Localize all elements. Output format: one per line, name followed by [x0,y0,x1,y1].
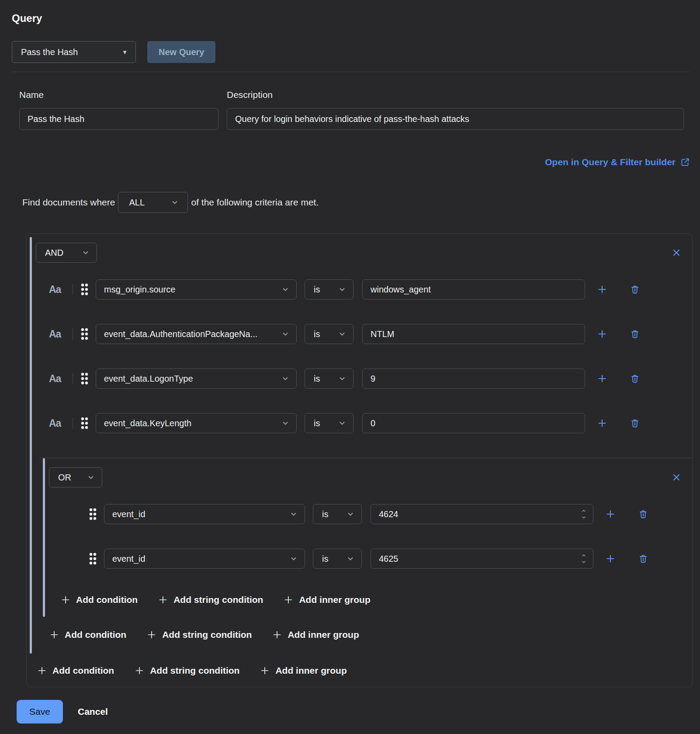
stepper-down-icon[interactable] [580,515,587,520]
number-value-input[interactable] [371,549,593,569]
delete-condition-button[interactable] [630,284,640,295]
description-field[interactable] [227,108,684,130]
name-label: Name [19,90,218,100]
add-inner-group-button[interactable]: Add inner group [283,595,370,605]
drag-handle-icon[interactable] [80,417,89,430]
open-in-query-filter-builder-link[interactable]: Open in Query & Filter builder [545,157,690,167]
operator-select[interactable]: is [305,413,353,433]
number-stepper[interactable] [580,508,587,520]
chevron-down-icon [290,510,298,518]
stepper-down-icon[interactable] [580,559,587,565]
add-string-condition-button[interactable]: Add string condition [134,665,239,676]
delete-condition-button[interactable] [630,329,640,339]
operator-select[interactable]: is [313,549,362,569]
condition-row: Aa event_data.KeyLength is [36,413,692,433]
cancel-button[interactable]: Cancel [78,706,108,717]
query-toolbar: Pass the Hash ▼ New Query [12,41,700,63]
operator-select[interactable]: is [305,324,353,344]
string-type-icon: Aa [49,373,62,385]
find-suffix-text: of the following criteria are met. [191,197,319,208]
and-group-header: AND [36,243,692,263]
save-button[interactable]: Save [17,700,63,724]
meta-labels: Name Description [12,90,700,100]
match-type-select[interactable]: ALL [118,192,188,213]
delete-condition-button[interactable] [630,418,640,428]
criteria-builder: AND Aa msg_origin.source is [26,233,693,687]
add-string-condition-button[interactable]: Add string condition [146,630,252,640]
condition-group-or: OR event_id is [39,458,692,617]
add-value-button[interactable] [597,284,607,295]
drag-handle-icon[interactable] [80,283,89,296]
condition-group-and: AND Aa msg_origin.source is [30,234,692,654]
add-value-button[interactable] [605,509,616,519]
plus-icon [597,329,607,339]
add-value-button[interactable] [605,553,616,564]
chevron-down-icon [171,198,179,206]
and-group-add-actions: Add condition Add string condition Add i… [49,628,692,641]
and-operator-select[interactable]: AND [36,243,97,263]
add-inner-group-label: Add inner group [275,665,347,676]
number-value-input[interactable] [371,504,593,524]
add-condition-label: Add condition [65,630,126,640]
number-stepper[interactable] [580,553,587,565]
trash-icon [638,509,648,519]
operator-select[interactable]: is [305,369,353,389]
field-select[interactable]: event_data.LogonType [96,369,297,389]
field-select[interactable]: event_id [104,549,305,569]
add-string-condition-button[interactable]: Add string condition [158,595,263,605]
plus-icon [158,595,168,605]
chevron-down-icon [281,330,289,338]
add-condition-button[interactable]: Add condition [60,595,138,605]
field-select[interactable]: event_data.AuthenticationPackageNa... [96,324,297,344]
value-input[interactable] [362,369,585,389]
operator-select-value: is [314,329,320,339]
new-query-button[interactable]: New Query [147,41,215,63]
close-icon [672,473,681,482]
drag-handle-icon[interactable] [89,552,97,565]
remove-or-group-button[interactable] [671,472,682,483]
operator-select[interactable]: is [305,279,353,299]
add-string-condition-label: Add string condition [173,595,263,605]
stepper-up-icon[interactable] [580,508,587,514]
drag-handle-icon[interactable] [80,372,89,385]
delete-condition-button[interactable] [638,553,648,564]
chevron-down-icon [338,419,346,427]
value-input[interactable] [362,279,585,299]
plus-icon [272,630,282,640]
add-inner-group-label: Add inner group [288,630,359,640]
string-type-icon: Aa [49,284,62,296]
delete-condition-button[interactable] [638,509,648,519]
add-value-button[interactable] [597,373,607,384]
operator-select[interactable]: is [313,504,362,524]
delete-condition-button[interactable] [630,373,640,384]
builder-link-label: Open in Query & Filter builder [545,157,676,167]
value-input[interactable] [362,324,585,344]
condition-row: Aa event_data.AuthenticationPackageNa...… [36,324,692,344]
add-inner-group-button[interactable]: Add inner group [260,665,347,676]
drag-handle-icon[interactable] [80,327,89,341]
add-inner-group-button[interactable]: Add inner group [272,630,359,640]
stepper-up-icon[interactable] [580,553,587,558]
value-input[interactable] [362,413,585,433]
name-field[interactable] [19,108,218,130]
operator-select-value: is [322,554,328,564]
add-value-button[interactable] [597,418,607,428]
condition-row: Aa event_data.LogonType is [36,369,692,389]
saved-query-select[interactable]: Pass the Hash ▼ [12,41,136,63]
trash-icon [630,373,640,384]
add-string-condition-label: Add string condition [150,665,239,676]
row-divider [73,328,73,340]
page-title: Query [12,12,700,24]
remove-and-group-button[interactable] [671,247,682,258]
field-select[interactable]: event_id [104,504,305,524]
field-select[interactable]: event_data.KeyLength [96,413,297,433]
field-select-value: event_data.AuthenticationPackageNa... [104,329,257,339]
or-operator-select[interactable]: OR [49,467,102,487]
close-icon [672,248,681,257]
field-select-value: event_id [112,509,146,519]
drag-handle-icon[interactable] [89,508,97,521]
field-select[interactable]: msg_origin.source [96,279,297,299]
add-value-button[interactable] [597,329,607,339]
add-condition-button[interactable]: Add condition [37,665,114,676]
add-condition-button[interactable]: Add condition [49,630,126,640]
